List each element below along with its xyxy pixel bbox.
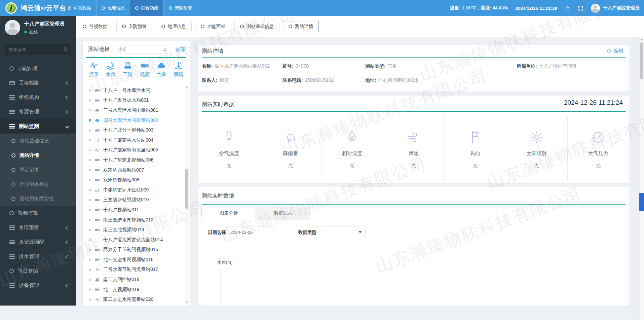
sidebar-search-input[interactable] [5,44,71,55]
analysis-tab-数据记录[interactable]: 数据记录 [256,207,310,220]
top-nav-tab[interactable]: 综合功能 [130,0,163,16]
tree-station-item[interactable]: 三支扬水站视频站010 [83,195,184,205]
scroll-up-icon[interactable]: ▲ [640,38,644,41]
air-temp-icon [221,130,237,145]
edit-button[interactable]: ⚙ 编辑 [607,48,623,54]
metric-value: 无 [534,162,539,169]
home-icon[interactable] [565,5,570,11]
sidebar-item-label: 功能面板 [18,65,38,72]
tree-station-item[interactable]: 中张桥雷达水位站009 [83,185,184,195]
none-icon [94,237,101,242]
sidebar-item-测站监测[interactable]: 测站监测 [0,119,76,134]
soil-icon [174,61,184,70]
tree-bullet-icon [89,199,91,201]
tree-station-item[interactable]: 北二支视频站019 [83,285,184,295]
sidebar-item-功能面板[interactable]: 功能面板 [0,61,76,76]
sidebar-item-组织机构[interactable]: 组织机构 [0,90,76,105]
svg-text:RH: RH [351,137,353,139]
sidebar-item-测站详情[interactable]: 测站详情 [0,148,76,163]
tree-station-item[interactable]: 南二支进水闸流量站020 [83,294,184,305]
tree-station-item[interactable]: 十八户一号水库泄水闸 [83,85,184,96]
filter-墒情[interactable]: 墒情 [174,61,184,78]
station-search-input[interactable] [113,45,170,54]
circle-icon [122,25,126,28]
sidebar-item-测站用水类型组[interactable]: 测站用水类型组 [0,191,76,206]
filter-label: 墒情 [174,71,183,78]
filter-工情[interactable]: 工情 [123,61,133,78]
gate-icon [123,61,133,70]
tree-station-item[interactable]: 三号水库节制闸流量站017 [83,265,184,275]
filter-气象[interactable]: 气象 [156,61,166,78]
tree-station-item[interactable]: 十八户北分干视频站003 [83,125,184,135]
top-nav-tab[interactable]: 可视数据 [63,0,96,16]
tree-station-item[interactable]: 北一支进水闸视频站016 [83,255,184,265]
page-tab-地理信息[interactable]: 地理信息 [156,21,192,32]
top-nav-tab[interactable]: 安防预警 [163,0,197,16]
sidebar-item-视频监视[interactable]: 视频监视 [0,206,76,220]
circle-icon [240,25,244,28]
tree-station-item[interactable]: 三号水库泄水闸雨量站001 [83,105,184,115]
video-icon [140,61,150,70]
side-widget-button[interactable] [639,193,644,211]
metric-value: 无 [350,162,355,169]
tree-station-item[interactable]: 十八户视频站011 [83,205,184,215]
date-input[interactable] [226,226,275,238]
page-tab-安防预警[interactable]: 安防预警 [116,21,152,32]
scroll-down-icon[interactable]: ▼ [185,301,189,304]
tree-scroll-thumb[interactable] [185,169,188,209]
sidebar-item-水源管理[interactable]: 水源管理 [0,105,76,119]
sidebar-item-设备管理[interactable]: 设备管理 [0,278,76,293]
user-menu[interactable]: 十八户灌区管理员 [591,4,639,13]
sidebar-item-每日整编[interactable]: 每日整编 [0,264,76,278]
tree-station-item[interactable]: 南三合北视频站013 [83,225,184,235]
top-nav-tab[interactable]: 地理信息 [96,0,130,16]
page-tab-测站详情[interactable]: 测站详情 [283,21,319,32]
sidebar-item-工程档案[interactable]: 工程档案 [0,76,76,90]
online-label: 在线 [29,29,38,35]
metric-风速: 风速无 [383,116,445,181]
tree-station-item[interactable]: 四号水库泄水闸雨量站002 [83,115,184,126]
tree-station-item[interactable]: 十八户混流闸雷达流量站014 [83,235,184,245]
scroll-up-icon[interactable]: ▲ [185,86,189,89]
metric-value: 无 [288,162,293,169]
tree-station-item[interactable]: 十八户邵家桥水位站004 [83,135,184,145]
page-tab-功能面板[interactable]: 功能面板 [195,21,231,32]
filter-all-link[interactable]: 全部 [175,46,185,53]
sidebar-item-水情预警[interactable]: 水情预警 [0,220,76,235]
tree-station-item[interactable]: 双宋桥视频站008 [83,175,184,185]
page-tab-可视数据[interactable]: 可视数据 [77,21,113,32]
tree-station-item[interactable]: 同兴分干节制闸视频站015 [83,245,184,255]
analysis-tabs: 图表分析数据记录 [201,207,310,220]
filter-流量[interactable]: 流量 [89,61,99,78]
sidebar-item-率定记录[interactable]: 率定记录 [0,163,76,177]
tree-bullet-icon [89,258,91,261]
analysis-tab-图表分析[interactable]: 图表分析 [201,207,256,220]
fullscreen-icon[interactable] [578,5,583,11]
tree-station-item[interactable]: 双宋桥西视频站007 [83,165,184,175]
tree-scrollbar[interactable]: ▲ ▼ [185,85,189,304]
station-name: 南三合北视频站013 [103,227,144,233]
sidebar-item-测站基础信息[interactable]: 测站基础信息 [0,134,76,148]
filter-水位[interactable]: 水位 [106,61,116,78]
tree-station-item[interactable]: 南二支闸控站018 [83,275,184,285]
circle-icon [289,25,292,28]
top-nav-tab-label: 安防预警 [175,5,192,11]
tree-station-item[interactable]: 南三合进水闸视频站012 [83,215,184,225]
page-tab-测站基础信息[interactable]: 测站基础信息 [234,21,279,32]
page-scrollbar[interactable]: ▲ [639,37,644,320]
sidebar-item-阶段用水类型[interactable]: 阶段用水类型 [0,177,76,191]
sidebar-item-水资源调配[interactable]: 水资源调配 [0,235,76,249]
list-icon [9,254,15,259]
page-scroll-thumb[interactable] [640,42,643,79]
tree-station-item[interactable]: 十八户邵家桥南流量站005 [83,145,184,155]
tree-station-item[interactable]: 十八户渠首扬水船001 [83,96,184,106]
metric-label: 风速 [409,150,419,157]
search-icon [162,47,167,52]
filter-label: 工情 [123,71,132,78]
field-value: 15066015132 [305,77,334,83]
tree-station-item[interactable]: 十八户盐窝北视频站006 [83,155,184,165]
filter-视频[interactable]: 视频 [140,61,150,78]
data-type-select[interactable] [316,226,366,238]
list-icon [9,124,15,129]
sidebar-item-供水管理[interactable]: 供水管理 [0,249,76,264]
